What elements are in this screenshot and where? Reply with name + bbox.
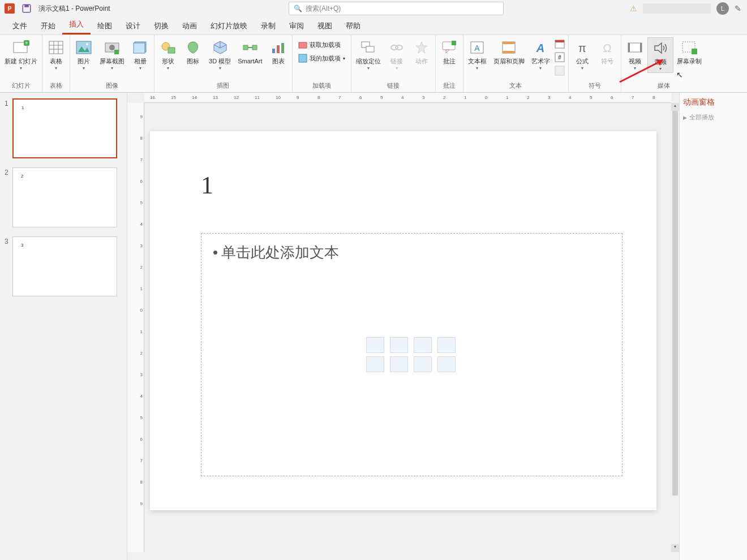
vertical-ruler[interactable]: 9876543210123456789: [127, 103, 144, 552]
insert-chart-icon[interactable]: [390, 337, 408, 353]
icons-button[interactable]: 图标: [181, 37, 205, 66]
search-box[interactable]: 🔍 搜索(Alt+Q): [289, 2, 504, 15]
insert-icon-icon[interactable]: [437, 356, 456, 372]
svg-rect-33: [366, 46, 374, 52]
store-icon: [298, 40, 307, 49]
new-slide-button[interactable]: + 新建 幻灯片 ▾: [1, 37, 41, 72]
ribbon-tabs: 文件 开始 插入 绘图 设计 切换 动画 幻灯片放映 录制 审阅 视图 帮助: [0, 17, 747, 35]
svg-rect-58: [692, 49, 697, 54]
equation-icon: π: [573, 38, 591, 57]
scroll-up-button[interactable]: ▴: [671, 103, 679, 111]
scroll-thumb[interactable]: [672, 111, 678, 496]
horizontal-ruler[interactable]: 16151413121110987654321012345678: [144, 93, 671, 103]
warning-icon[interactable]: ⚠: [630, 4, 637, 13]
my-addins-button[interactable]: 我的加载项 ▾: [296, 52, 347, 64]
svg-rect-31: [299, 54, 307, 62]
shapes-button[interactable]: 形状 ▾: [156, 37, 181, 72]
smartart-button[interactable]: SmartArt: [234, 37, 265, 66]
thumbnail-1[interactable]: 1 1: [5, 98, 122, 158]
screen-record-button[interactable]: 屏幕录制: [673, 37, 705, 66]
object-button[interactable]: [555, 66, 566, 77]
tab-file[interactable]: 文件: [6, 18, 34, 35]
audio-button[interactable]: 音频 ▾: [647, 37, 673, 73]
tab-draw[interactable]: 绘图: [91, 18, 119, 35]
group-images: 图片 ▾ 屏幕截图 ▾ 相册 ▾ 图像: [70, 35, 154, 92]
textbox-button[interactable]: A 文本框 ▾: [465, 37, 490, 72]
pen-icon[interactable]: ✎: [735, 4, 741, 13]
svg-rect-27: [272, 49, 275, 53]
user-avatar[interactable]: L: [716, 2, 729, 15]
tab-slideshow[interactable]: 幻灯片放映: [204, 18, 254, 35]
chart-icon: [269, 38, 287, 57]
insert-picture-icon[interactable]: [366, 356, 384, 372]
svg-rect-47: [555, 40, 564, 42]
tab-insert[interactable]: 插入: [62, 16, 91, 35]
album-button[interactable]: 相册 ▾: [128, 37, 153, 72]
get-addins-button[interactable]: 获取加载项: [296, 38, 347, 51]
tab-help[interactable]: 帮助: [339, 18, 367, 35]
scroll-down-button[interactable]: ▾: [671, 544, 679, 552]
group-illustrations: 形状 ▾ 图标 3D 模型 ▾ SmartArt 图表 插图: [154, 35, 293, 92]
svg-text:#: #: [558, 54, 561, 61]
picture-button[interactable]: 图片 ▾: [71, 37, 96, 72]
tab-view[interactable]: 视图: [311, 18, 339, 35]
account-area[interactable]: [643, 3, 711, 14]
svg-marker-56: [655, 43, 662, 53]
slide-canvas-area[interactable]: 1 •单击此处添加文本: [144, 103, 671, 552]
play-all-button[interactable]: ▶ 全部播放: [683, 113, 744, 122]
slide-thumbnails: 1 1 2 2 3 3: [0, 93, 127, 560]
svg-rect-19: [168, 48, 175, 53]
tab-design[interactable]: 设计: [119, 18, 147, 35]
group-table: 表格 ▾ 表格: [42, 35, 70, 92]
svg-rect-17: [134, 43, 145, 53]
group-slides: + 新建 幻灯片 ▾ 幻灯片: [0, 35, 42, 92]
svg-rect-25: [252, 45, 257, 50]
slide-content-placeholder[interactable]: •单击此处添加文本: [201, 233, 622, 476]
video-button[interactable]: 视频 ▾: [622, 37, 647, 72]
comment-button[interactable]: 批注: [437, 37, 462, 66]
date-button[interactable]: [555, 38, 566, 50]
insert-online-picture-icon[interactable]: [390, 356, 408, 372]
3d-model-button[interactable]: 3D 模型 ▾: [205, 37, 234, 72]
cursor-icon: ↖: [676, 70, 683, 79]
insert-table-icon[interactable]: [366, 337, 384, 353]
chart-button[interactable]: 图表: [266, 37, 291, 66]
table-button[interactable]: 表格 ▾: [44, 37, 68, 72]
svg-rect-43: [503, 42, 515, 44]
tab-home[interactable]: 开始: [34, 18, 62, 35]
zoom-icon: [359, 38, 377, 57]
slide[interactable]: 1 •单击此处添加文本: [150, 131, 656, 510]
tab-transitions[interactable]: 切换: [147, 18, 175, 35]
table-icon: [47, 38, 65, 57]
thumbnail-2[interactable]: 2 2: [5, 167, 122, 227]
svg-text:A: A: [474, 44, 480, 53]
zoom-button[interactable]: 缩放定位 ▾: [353, 37, 384, 72]
header-footer-button[interactable]: 页眉和页脚: [490, 37, 528, 66]
tab-record[interactable]: 录制: [254, 18, 282, 35]
insert-video-icon[interactable]: [414, 356, 432, 372]
svg-text:A: A: [536, 42, 544, 54]
group-symbols: π 公式 ▾ Ω 符号 符号: [569, 35, 621, 92]
svg-rect-55: [640, 43, 642, 52]
powerpoint-icon: P: [5, 3, 15, 14]
slide-title[interactable]: 1: [201, 171, 213, 200]
vertical-scrollbar[interactable]: ▴ ▾: [671, 103, 679, 552]
insert-3d-icon[interactable]: [437, 337, 456, 353]
thumbnail-3[interactable]: 3 3: [5, 236, 122, 296]
album-icon: [131, 38, 149, 57]
new-slide-icon: +: [12, 38, 30, 57]
tab-review[interactable]: 审阅: [282, 18, 311, 35]
save-icon[interactable]: [22, 3, 32, 14]
animation-pane-title: 动画窗格: [683, 97, 744, 107]
tab-animations[interactable]: 动画: [175, 18, 204, 35]
workspace: 1 1 2 2 3 3 1615141312111098765432101234…: [0, 93, 747, 560]
wordart-button[interactable]: A 艺术字 ▾: [528, 37, 553, 72]
insert-smartart-icon[interactable]: [414, 337, 432, 353]
search-placeholder: 搜索(Alt+Q): [306, 4, 341, 14]
slide-editor: 16151413121110987654321012345678 9876543…: [127, 93, 679, 560]
slide-number-button[interactable]: #: [555, 52, 566, 63]
equation-button[interactable]: π 公式 ▾: [570, 37, 595, 72]
screenshot-button[interactable]: 屏幕截图 ▾: [96, 37, 128, 72]
svg-rect-53: [628, 43, 642, 52]
svg-marker-36: [416, 42, 427, 53]
